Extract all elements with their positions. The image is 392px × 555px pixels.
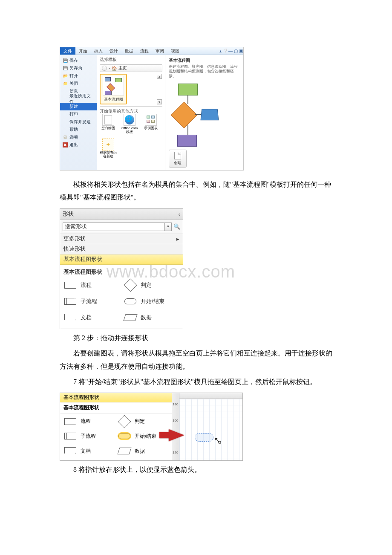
window-restore-icon[interactable]: ▢ — [233, 49, 238, 53]
sidebar-item-exit[interactable]: ✖ 退出 — [60, 141, 97, 149]
ribbon-tab-view[interactable]: 视图 — [167, 47, 183, 55]
shape-document[interactable]: 文档 — [63, 313, 119, 322]
ribbon-tab-insert[interactable]: 插入 — [91, 47, 106, 55]
blank-icon — [63, 112, 68, 117]
way-blank-drawing[interactable]: 空白绘图 — [100, 114, 117, 134]
close-icon: 📁 — [63, 81, 68, 86]
shape-decision[interactable]: 判定 — [124, 281, 179, 289]
shape-document[interactable]: 文档 — [63, 446, 114, 457]
sidebar-label: 最近所用文件 — [69, 93, 94, 105]
dropped-terminator-shape[interactable] — [195, 433, 213, 442]
shape-label: 流程 — [81, 418, 91, 425]
ribbon-tab-design[interactable]: 设计 — [106, 47, 121, 55]
paragraph-2: 若要创建图表，请将形状从模具拖至空白页上并将它们相互连接起来。用于连接形状的方法… — [60, 347, 332, 373]
sidebar-item-save[interactable]: 💾 保存 — [60, 57, 97, 64]
search-dropdown-icon[interactable]: ▼ — [164, 223, 171, 231]
search-icon[interactable]: 🔍 — [173, 223, 180, 230]
sidebar-label: 保存 — [69, 58, 78, 64]
subprocess-shape-icon — [63, 432, 77, 440]
shape-process[interactable]: 流程 — [63, 416, 114, 427]
shape-subprocess[interactable]: 子流程 — [63, 297, 119, 306]
shape-process[interactable]: 流程 — [63, 281, 119, 289]
save-icon: 💾 — [63, 58, 68, 63]
quick-shapes-row[interactable]: 快速形状 — [60, 244, 183, 254]
sidebar-label: 另存为 — [69, 65, 82, 71]
shape-data[interactable]: 数据 — [124, 313, 179, 322]
paragraph-4: 8 将指针放在形状上，以便显示蓝色箭头。 — [60, 463, 332, 476]
decision-shape-icon — [118, 417, 131, 426]
stencil-body-title: 基本流程图形状 — [60, 402, 172, 413]
shapes-search-input[interactable]: 搜索形状 ▼ — [63, 223, 172, 231]
data-shape-icon — [124, 313, 137, 322]
more-shapes-label: 更多形状 — [63, 235, 86, 243]
more-shapes-row[interactable]: 更多形状 ▸ — [60, 234, 183, 244]
shape-data[interactable]: 数据 — [118, 446, 168, 457]
stencil-basic-flowchart-shapes[interactable]: 基本流程图形状 — [60, 254, 183, 265]
ruler-label: 160 — [173, 418, 178, 422]
stencil-body: 流程 判定 子流程 开始/结束 文档 — [60, 278, 183, 329]
stencil-header-selected[interactable]: 基本流程图形状 — [60, 393, 172, 402]
scroll-down-icon[interactable]: ▼ — [157, 99, 162, 104]
sidebar-item-saveas[interactable]: 💾 另存为 — [60, 64, 97, 72]
way-office-com[interactable]: 🌐 Office.com 模板 — [121, 114, 138, 134]
template-basic-flowchart[interactable]: 基本流程图 — [100, 74, 127, 104]
scroll-up-icon[interactable]: ▲ — [157, 74, 162, 79]
drag-shape-screenshot: 基本流程图形状 基本流程图形状 流程 判定 子流程 — [60, 393, 243, 461]
nav-sep: · — [109, 66, 110, 71]
decision-shape-icon — [124, 281, 137, 289]
ribbon-tab-data[interactable]: 数据 — [121, 47, 137, 55]
save-as-icon: 💾 — [63, 66, 68, 71]
nav-back-icon[interactable] — [102, 66, 107, 71]
template-address-bar[interactable]: · 🏠 主页 — [100, 64, 162, 72]
sidebar-item-print[interactable]: 打印 — [60, 110, 97, 118]
blank-icon — [63, 127, 68, 132]
drawing-canvas[interactable]: 180 160 140 120 ↖ — [172, 393, 242, 460]
ribbon-tab-process[interactable]: 流程 — [137, 47, 152, 55]
horizontal-ruler — [179, 393, 242, 399]
way-sample-diagrams[interactable]: 示例图表 — [142, 114, 159, 134]
template-picker: 选择模板 · 🏠 主页 基本流程图 — [97, 55, 165, 170]
terminator-shape-icon — [124, 297, 137, 306]
sidebar-item-close[interactable]: 📁 关闭 — [60, 80, 97, 87]
paragraph-3: 7 将"开始/结束"形状从"基本流程图形状"模具拖至绘图页上，然后松开鼠标按钮。 — [60, 376, 332, 388]
ribbon-tab-review[interactable]: 审阅 — [152, 47, 167, 55]
window-min-icon[interactable]: — — [228, 49, 233, 53]
home-icon: 🏠 — [112, 66, 117, 71]
window-close-icon[interactable]: ▣ — [238, 49, 243, 53]
template-scrollbar[interactable]: ▲ ▼ — [156, 74, 162, 104]
blank-icon — [63, 104, 68, 109]
red-arrow-icon — [169, 429, 184, 441]
shape-subprocess[interactable]: 子流程 — [63, 431, 114, 442]
search-placeholder: 搜索形状 — [63, 223, 164, 231]
shape-label: 文档 — [81, 314, 92, 321]
ruler-label: 180 — [173, 402, 178, 406]
sidebar-label: 打开 — [69, 73, 78, 79]
shape-label: 流程 — [81, 281, 92, 289]
sidebar-item-help[interactable]: 帮助 — [60, 126, 97, 133]
sidebar-item-save-send[interactable]: 保存并发送 — [60, 118, 97, 126]
ribbon-tab-file[interactable]: 文件 — [60, 47, 75, 55]
shape-label: 判定 — [141, 281, 152, 289]
minimize-ribbon-icon[interactable]: ▴ — [218, 49, 223, 53]
shape-label: 数据 — [135, 448, 145, 455]
way-label: 空白绘图 — [101, 127, 115, 130]
sidebar-item-recent[interactable]: 最近所用文件 — [60, 95, 97, 103]
sidebar-label: 新建 — [69, 104, 78, 110]
sidebar-label: 选项 — [69, 134, 78, 140]
help-icon[interactable]: ❔ — [223, 49, 228, 53]
ribbon-tab-home[interactable]: 开始 — [75, 47, 91, 55]
sidebar-item-options[interactable]: ☑ 选项 — [60, 133, 97, 141]
shape-decision[interactable]: 判定 — [118, 416, 168, 427]
data-shape-icon — [118, 447, 131, 455]
way-from-existing[interactable]: ✦ 根据现有内容新建 — [100, 139, 117, 159]
template-thumbnail — [103, 76, 124, 95]
visio-backstage-screenshot: 文件 开始 插入 设计 数据 流程 审阅 视图 ▴ ❔ — ▢ ▣ 💾 保存 — [60, 47, 244, 171]
options-icon: ☑ — [63, 135, 68, 140]
quick-shapes-label: 快速形状 — [63, 245, 86, 253]
preview-description: 创建流程图、顺序图、信息跟踪图、流程规划图和结构预测图，包含连接线和链接。 — [169, 64, 240, 78]
shape-terminator[interactable]: 开始/结束 — [124, 297, 179, 306]
collapse-icon[interactable]: ‹ — [179, 211, 180, 217]
create-button[interactable]: 创建 — [169, 150, 187, 168]
sidebar-item-open[interactable]: 📂 打开 — [60, 72, 97, 80]
shape-label: 文档 — [81, 448, 91, 455]
